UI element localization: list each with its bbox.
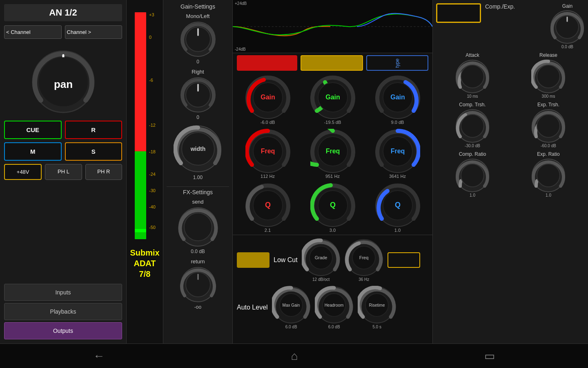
max-gain-knob[interactable]: Max Gain: [272, 286, 311, 325]
grade-cell: Grade 12 dB/oct: [302, 238, 341, 282]
comp-trsh-knob[interactable]: [455, 109, 490, 144]
autolevel-active-button[interactable]: [388, 252, 420, 268]
comp-ratio-cell: Comp. Ratio 1.0: [436, 151, 509, 197]
headroom-knob[interactable]: Headroom: [315, 286, 354, 325]
band1-gain-knob[interactable]: Gain: [245, 75, 290, 120]
recents-button[interactable]: ▭: [484, 349, 495, 363]
back-button[interactable]: ←: [93, 350, 105, 363]
band1-freq-knob[interactable]: Freq: [245, 129, 290, 174]
prev-channel-button[interactable]: < Channel: [4, 25, 62, 39]
home-button[interactable]: ⌂: [291, 350, 298, 363]
grade-knob[interactable]: Grade: [302, 238, 341, 277]
svg-text:Gain: Gain: [261, 94, 275, 101]
svg-rect-15: [135, 151, 146, 239]
right-value: 0: [196, 114, 199, 120]
r-button[interactable]: R: [65, 121, 122, 139]
lowcut-active-button[interactable]: [237, 252, 270, 268]
band1-q-knob[interactable]: Q: [245, 183, 290, 228]
autolevel-label: Auto Level: [237, 304, 268, 311]
comp-active-button[interactable]: [436, 3, 481, 23]
width-knob[interactable]: width: [174, 124, 223, 173]
phl-button[interactable]: PH L: [45, 164, 82, 180]
svg-text:Freq: Freq: [390, 148, 405, 155]
svg-point-78: [461, 65, 484, 88]
pan-knob-svg[interactable]: pan: [29, 47, 98, 117]
eq-q-row: Q 2.1 Q 3.0: [233, 181, 432, 235]
eq-gain-row: Gain -6.0 dB Gain -19.5 dB: [233, 73, 432, 127]
lowcut-label: Low Cut: [274, 256, 298, 264]
comp-trsh-cell: Comp. Trsh. -30.0 dB: [436, 102, 509, 148]
return-knob[interactable]: [180, 266, 216, 303]
cue-button[interactable]: CUE: [4, 121, 62, 139]
band3-type-text: type: [394, 58, 400, 68]
band2-freq-value: 951 Hz: [325, 174, 340, 179]
comp-gain-knob[interactable]: [550, 10, 585, 45]
mono-left-knob[interactable]: [180, 21, 216, 58]
band3-gain-value: 9.0 dB: [391, 120, 404, 125]
eq-band2-header[interactable]: [301, 55, 363, 71]
ratio-grid: Comp. Ratio 1.0 Exp. Ratio 1.0: [436, 151, 585, 197]
band2-q-value: 3.0: [330, 228, 336, 233]
band1-freq-cell: Freq 112 Hz: [237, 129, 298, 179]
comp-trsh-value: -30.0 dB: [465, 144, 480, 148]
send-knob[interactable]: [178, 206, 218, 247]
band1-q-value: 2.1: [265, 228, 271, 233]
send-section: send 0.0 dB: [167, 199, 229, 254]
outputs-button[interactable]: Outputs: [4, 322, 122, 339]
inputs-button[interactable]: Inputs: [4, 284, 122, 301]
risetime-knob[interactable]: Risetime: [358, 286, 396, 325]
band2-freq-cell: Freq 951 Hz: [302, 129, 363, 179]
exp-trsh-knob[interactable]: [531, 109, 566, 144]
eq-band3-header[interactable]: type: [366, 55, 428, 71]
return-value: -oo: [194, 304, 201, 310]
next-channel-button[interactable]: Channel >: [65, 25, 122, 39]
headroom-value: 6.0 dB: [328, 325, 340, 329]
comp-ratio-knob[interactable]: [455, 158, 490, 193]
m-button[interactable]: M: [4, 142, 62, 161]
eq-band1-header[interactable]: [237, 55, 297, 71]
svg-text:Grade: Grade: [314, 255, 327, 260]
eq-bands-header-row: type: [233, 53, 432, 73]
width-section: width 1.00: [167, 124, 229, 180]
svg-text:Gain: Gain: [390, 94, 405, 101]
right-knob[interactable]: [180, 76, 216, 113]
band2-gain-knob[interactable]: Gain: [310, 75, 355, 120]
svg-text:Freq: Freq: [261, 148, 275, 155]
band3-gain-knob[interactable]: Gain: [375, 75, 420, 120]
max-gain-cell: Max Gain 6.0 dB: [272, 286, 311, 329]
grade-value: 12 dB/oct: [312, 277, 330, 282]
gain-settings-panel: Gain-Settings Mono/Left 0 Right 0: [163, 0, 233, 343]
attack-value: 10 ms: [467, 94, 478, 99]
fx-divider: [167, 186, 229, 187]
band3-q-knob[interactable]: Q: [375, 183, 420, 228]
plus48v-button[interactable]: +48V: [4, 164, 42, 180]
attack-release-grid: Attack 10 ms Release 300 ms: [436, 52, 585, 99]
svg-text:Gain: Gain: [325, 94, 340, 101]
attack-knob[interactable]: [455, 59, 490, 94]
submix-label: Submix ADAT 7/8: [129, 247, 161, 279]
band2-q-knob[interactable]: Q: [310, 183, 355, 228]
playbacks-button[interactable]: Playbacks: [4, 303, 122, 320]
bottom-navigation: ← ⌂ ▭: [0, 343, 588, 368]
phr-button[interactable]: PH R: [85, 164, 122, 180]
band3-freq-cell: Freq 3641 Hz: [367, 129, 428, 179]
svg-text:-18: -18: [149, 149, 156, 154]
trsh-grid: Comp. Trsh. -30.0 dB Exp. Trsh. -60.0: [436, 102, 585, 148]
svg-text:Headroom: Headroom: [324, 303, 343, 307]
svg-text:Q: Q: [330, 201, 335, 209]
svg-text:pan: pan: [53, 78, 72, 90]
release-label: Release: [539, 52, 557, 58]
band3-freq-knob[interactable]: Freq: [375, 129, 420, 174]
risetime-cell: Risetime 5.0 s: [358, 286, 396, 329]
meter-panel: +3 0 -6 -12 -18 -24 -30 -40 -50 Submix: [127, 0, 163, 343]
s-button[interactable]: S: [65, 142, 122, 161]
release-knob[interactable]: [531, 59, 566, 94]
lowcut-autolevel-row: Low Cut Grade 12 dB/oct: [233, 235, 432, 332]
band2-freq-knob[interactable]: Freq: [310, 129, 355, 174]
exp-ratio-knob[interactable]: [531, 158, 566, 193]
svg-text:Freq: Freq: [359, 255, 368, 260]
band2-gain-value: -19.5 dB: [324, 120, 341, 125]
comp-header: Comp./Exp. Gain 0.0 dB: [436, 3, 585, 49]
exp-ratio-value: 1.0: [546, 193, 551, 197]
lowcut-freq-knob[interactable]: Freq: [345, 238, 383, 277]
